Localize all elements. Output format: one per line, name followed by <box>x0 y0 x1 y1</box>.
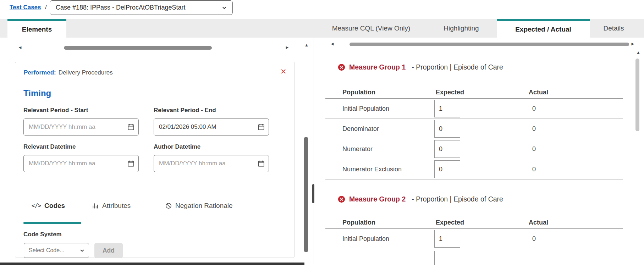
population-name: Numerator Exclusion <box>342 166 402 173</box>
actual-value: 0 <box>532 145 536 153</box>
top-bar: Test Cases / Case #188: IPPass - DelProc… <box>0 0 644 19</box>
relevant-period-end-input[interactable] <box>154 118 269 136</box>
population-row-initial-population: Initial Population 1 0 <box>325 99 623 119</box>
population-name: Numerator <box>342 145 373 153</box>
close-icon[interactable]: ✕ <box>280 68 287 75</box>
chevron-down-icon <box>221 5 227 11</box>
active-subtab-indicator <box>23 222 81 224</box>
relevant-period-start-field <box>23 118 139 136</box>
left-hscroll-thumb[interactable] <box>64 46 212 50</box>
column-actual: Actual <box>529 219 548 226</box>
expected-value-input[interactable]: 0 <box>434 140 460 158</box>
expected-value-input[interactable]: 0 <box>434 160 460 178</box>
element-type-label: Performed: <box>24 69 56 76</box>
test-case-editor-screen: Test Cases / Case #188: IPPass - DelProc… <box>0 0 644 265</box>
tab-details[interactable]: Details <box>590 19 638 38</box>
relevant-datetime-input[interactable] <box>23 155 139 172</box>
tab-expected-actual[interactable]: Expected / Actual <box>497 19 590 38</box>
tab-measure-cql[interactable]: Measure CQL (View Only) <box>317 19 425 38</box>
element-card: Performed:Delivery Procedures ✕ Timing R… <box>15 62 295 258</box>
population-row-initial-population: Initial Population 1 0 <box>325 229 623 249</box>
right-vscroll-up-arrow-icon[interactable]: ▲ <box>636 50 640 55</box>
measure-group-1-header: Measure Group 1 - Proportion | Episode o… <box>338 63 503 71</box>
relevant-period-end-label: Relevant Period - End <box>154 107 216 114</box>
population-row-partial <box>325 249 623 265</box>
calendar-icon[interactable] <box>127 160 135 167</box>
population-row-denominator: Denominator 0 0 <box>325 119 623 139</box>
population-row-numerator-exclusion: Numerator Exclusion 0 0 <box>325 159 623 180</box>
group-1-table-header: Population Expected Actual <box>325 86 623 99</box>
case-selector-label: Case #188: IPPass - DelProcAtOBTriageSta… <box>56 4 185 11</box>
group-2-table-header: Population Expected Actual <box>325 216 623 229</box>
relevant-period-start-label: Relevant Period - Start <box>23 107 88 114</box>
timing-section-title: Timing <box>23 88 51 98</box>
element-type-row: Performed:Delivery Procedures <box>24 69 113 76</box>
add-code-button-label: Add <box>103 247 115 254</box>
tab-highlighting-label: Highlighting <box>444 24 479 32</box>
code-icon: </> <box>32 203 41 209</box>
subtab-codes-label: Codes <box>44 202 65 210</box>
actual-value: 0 <box>532 105 536 112</box>
fail-status-icon <box>338 64 345 71</box>
no-symbol-icon <box>165 202 172 209</box>
breadcrumb-separator: / <box>45 4 47 11</box>
fail-status-icon <box>338 195 345 203</box>
population-row-numerator: Numerator 0 0 <box>325 139 623 159</box>
population-name: Denominator <box>342 125 379 133</box>
calendar-icon[interactable] <box>127 123 135 131</box>
expected-value-input[interactable] <box>434 251 460 265</box>
left-hscroll-right-arrow-icon[interactable]: ► <box>285 45 290 50</box>
relevant-period-end-field <box>154 118 269 136</box>
expected-value-input[interactable]: 0 <box>434 120 460 138</box>
panel-divider <box>314 38 314 265</box>
actual-value: 0 <box>532 166 536 173</box>
tab-strip: Elements Measure CQL (View Only) Highlig… <box>0 19 644 38</box>
expected-value-input[interactable]: 1 <box>434 100 460 117</box>
author-datetime-label: Author Datetime <box>154 143 200 150</box>
tab-elements-label: Elements <box>22 26 52 33</box>
measure-group-1-name: Measure Group 1 <box>349 63 406 71</box>
tab-details-label: Details <box>603 24 624 32</box>
add-code-button[interactable]: Add <box>94 243 123 258</box>
code-system-select[interactable]: Select Code... <box>24 243 89 258</box>
bar-chart-icon <box>92 202 99 209</box>
column-actual: Actual <box>529 89 548 96</box>
measure-group-2-header: Measure Group 2 - Proportion | Episode o… <box>338 195 503 203</box>
left-vscroll-up-arrow-icon[interactable]: ▲ <box>304 43 309 47</box>
population-name: Initial Population <box>342 235 389 243</box>
measure-group-1-descriptor: - Proportion | Episode of Care <box>412 63 503 71</box>
actual-value: 0 <box>532 125 536 133</box>
calendar-icon[interactable] <box>257 123 265 131</box>
code-system-select-value: Select Code... <box>29 247 65 254</box>
calendar-icon[interactable] <box>257 160 265 167</box>
right-hscroll-right-arrow-icon[interactable]: ► <box>631 42 635 46</box>
breadcrumb-test-cases-link[interactable]: Test Cases <box>10 4 41 11</box>
column-expected: Expected <box>436 219 464 226</box>
author-datetime-input[interactable] <box>154 155 269 172</box>
left-hscroll-left-arrow-icon[interactable]: ◄ <box>18 45 22 50</box>
measure-group-2-descriptor: - Proportion | Episode of Care <box>412 195 503 203</box>
subtab-codes[interactable]: </> Codes <box>32 202 65 210</box>
column-population: Population <box>342 219 375 226</box>
panel-resize-handle[interactable] <box>312 184 314 203</box>
actual-value: 0 <box>532 235 536 243</box>
column-expected: Expected <box>436 89 464 96</box>
population-name: Initial Population <box>342 105 389 112</box>
relevant-period-start-input[interactable] <box>23 118 139 136</box>
right-hscroll-thumb[interactable] <box>349 43 629 46</box>
subtab-negation-rationale[interactable]: Negation Rationale <box>165 202 233 210</box>
tab-highlighting[interactable]: Highlighting <box>431 19 492 38</box>
tab-elements[interactable]: Elements <box>7 19 66 38</box>
tab-measure-cql-label: Measure CQL (View Only) <box>332 24 411 32</box>
column-population: Population <box>342 89 375 96</box>
left-vscroll-thumb[interactable] <box>304 137 308 252</box>
subtab-attributes[interactable]: Attributes <box>92 202 131 210</box>
chevron-down-icon <box>79 248 85 254</box>
bottom-edge-bar <box>0 263 304 265</box>
right-vscroll-thumb[interactable] <box>635 59 639 131</box>
subtab-negation-label: Negation Rationale <box>175 202 233 210</box>
measure-group-2-name: Measure Group 2 <box>349 195 406 203</box>
expected-value-input[interactable]: 1 <box>434 230 460 248</box>
case-selector-dropdown[interactable]: Case #188: IPPass - DelProcAtOBTriageSta… <box>50 0 233 15</box>
right-hscroll-left-arrow-icon[interactable]: ◄ <box>330 42 335 46</box>
